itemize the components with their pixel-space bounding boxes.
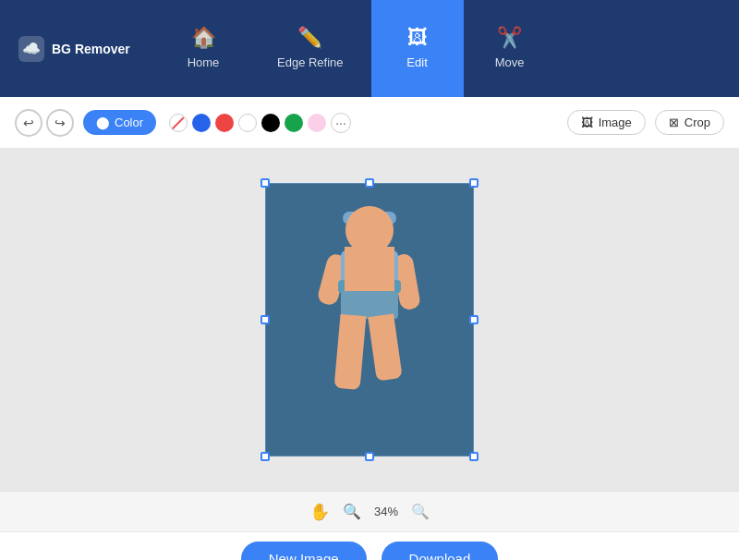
- nav-label-home: Home: [188, 55, 220, 69]
- nav-item-move[interactable]: ✂️ Move: [464, 0, 556, 97]
- logo-icon: ☁️: [18, 36, 44, 62]
- download-button[interactable]: Download: [382, 542, 499, 560]
- handle-bottom-left[interactable]: [260, 452, 270, 461]
- nav-item-edit[interactable]: 🖼 Edit: [371, 0, 464, 97]
- swatch-transparent[interactable]: [169, 114, 188, 132]
- new-image-button[interactable]: New Image: [241, 542, 367, 560]
- zoom-out-icon[interactable]: 🔍: [343, 503, 361, 520]
- handle-middle-right[interactable]: [469, 315, 479, 324]
- redo-button[interactable]: ↪: [46, 109, 74, 137]
- nav-item-home[interactable]: 🏠 Home: [157, 0, 249, 97]
- nav-label-move: Move: [495, 55, 525, 69]
- image-button-label: Image: [599, 116, 632, 129]
- handle-top-left[interactable]: [260, 178, 270, 188]
- image-container[interactable]: [265, 183, 474, 457]
- color-button[interactable]: ⬤ Color: [83, 110, 156, 135]
- color-button-label: Color: [115, 116, 143, 129]
- zoom-in-icon[interactable]: 🔍: [411, 503, 430, 520]
- handle-bottom-middle[interactable]: [365, 452, 374, 461]
- nav-item-edge-refine[interactable]: ✏️ Edge Refine: [249, 0, 371, 97]
- canvas-area: [0, 149, 739, 491]
- nav-label-edge-refine: Edge Refine: [277, 55, 344, 69]
- zoom-level: 34%: [374, 505, 398, 518]
- image-icon: 🖼: [581, 116, 593, 129]
- left-leg: [334, 314, 367, 390]
- crop-button[interactable]: ⊠ Crop: [655, 110, 724, 135]
- swatch-blue[interactable]: [192, 114, 211, 132]
- image-button[interactable]: 🖼 Image: [567, 110, 646, 135]
- logo-area: ☁️ BG Remover: [18, 36, 139, 62]
- crop-icon: ⊠: [669, 116, 679, 129]
- more-colors-button[interactable]: ···: [331, 113, 351, 133]
- bottom-bar: ✋ 🔍 34% 🔍: [0, 491, 739, 531]
- color-palette: ···: [169, 113, 351, 133]
- undo-button[interactable]: ↩: [15, 109, 42, 137]
- torso: [345, 247, 394, 293]
- home-icon: 🏠: [191, 28, 216, 48]
- swatch-pink[interactable]: [308, 114, 326, 132]
- edit-icon: 🖼: [407, 28, 428, 48]
- edge-refine-icon: ✏️: [297, 28, 322, 48]
- handle-top-right[interactable]: [469, 178, 479, 188]
- swatch-red[interactable]: [215, 114, 234, 132]
- swatch-green[interactable]: [285, 114, 303, 132]
- nav-label-edit: Edit: [406, 55, 427, 69]
- app-title: BG Remover: [52, 42, 130, 56]
- right-leg: [368, 313, 402, 381]
- handle-top-middle[interactable]: [365, 178, 374, 188]
- header: ☁️ BG Remover 🏠 Home ✏️ Edge Refine 🖼 Ed…: [0, 0, 739, 97]
- pan-icon[interactable]: ✋: [309, 502, 330, 522]
- nav-items: 🏠 Home ✏️ Edge Refine 🖼 Edit ✂️ Move: [157, 0, 721, 97]
- handle-bottom-right[interactable]: [469, 452, 479, 461]
- image-box: [265, 183, 474, 457]
- move-icon: ✂️: [497, 28, 522, 48]
- action-bar: New Image Download: [0, 531, 739, 560]
- child-figure: [309, 206, 430, 446]
- undo-redo-group: ↩ ↪: [15, 109, 74, 137]
- swatch-white[interactable]: [238, 114, 257, 132]
- handle-middle-left[interactable]: [260, 315, 270, 324]
- crop-button-label: Crop: [684, 116, 710, 129]
- color-circle-icon: ⬤: [96, 116, 110, 129]
- toolbar: ↩ ↪ ⬤ Color ··· 🖼 Image ⊠ Crop: [0, 97, 739, 149]
- swatch-black[interactable]: [261, 114, 280, 132]
